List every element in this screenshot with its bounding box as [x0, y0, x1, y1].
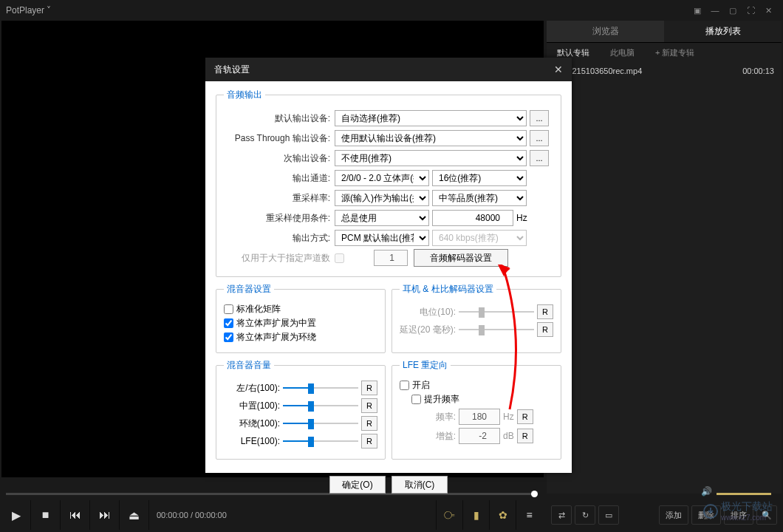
- slider-delay[interactable]: [459, 324, 534, 335]
- app-name[interactable]: PotPlayer ˅: [6, 5, 51, 16]
- reset-lr[interactable]: R: [361, 381, 377, 395]
- reset-level[interactable]: R: [537, 304, 553, 319]
- dialog-title: 音轨设置: [214, 64, 554, 76]
- unit-freq: Hz: [503, 412, 514, 422]
- pl-folder-icon[interactable]: ▭: [598, 505, 619, 525]
- reset-surround[interactable]: R: [361, 416, 377, 431]
- fieldset-audio-output: 音频输出 默认输出设备: 自动选择(推荐) ... Pass Through 输…: [216, 89, 561, 277]
- slider-lr[interactable]: [283, 382, 358, 394]
- label-channels: 输出通道:: [224, 172, 335, 185]
- audio-decoder-settings-button[interactable]: 音频解码器设置: [414, 249, 508, 267]
- legend-output: 音频输出: [224, 89, 265, 101]
- checkbox-only-above[interactable]: [335, 253, 344, 263]
- slider-surround[interactable]: [283, 417, 358, 429]
- legend-lfe-redirect: LFE 重定向: [400, 359, 451, 372]
- browse-passthrough[interactable]: ...: [530, 130, 549, 146]
- volume-slider[interactable]: [717, 493, 771, 495]
- label-center: 中置(100):: [224, 400, 283, 412]
- label-surround: 环绕(100):: [224, 417, 283, 430]
- dialog-close-icon[interactable]: ✕: [554, 64, 563, 75]
- input-gain[interactable]: [459, 428, 500, 444]
- pl-add-button[interactable]: 添加: [659, 505, 688, 525]
- play-button[interactable]: ▶: [1, 500, 31, 530]
- watermark: 极光下载站 www.xz7.com: [703, 500, 773, 522]
- browse-secondary[interactable]: ...: [530, 150, 549, 166]
- slider-level[interactable]: [459, 306, 534, 318]
- checkbox-lfe-enable[interactable]: 开启: [400, 379, 553, 392]
- volume-icon[interactable]: 🔊: [701, 486, 712, 497]
- tab-playlist[interactable]: 播放列表: [664, 21, 782, 42]
- label-output-mode: 输出方式:: [224, 232, 335, 245]
- select-passthrough[interactable]: 使用默认输出设备(推荐): [335, 130, 527, 146]
- control-bar: ▶ ■ ⏮ ⏭ ⏏ 00:00:00 / 00:00:00 ⧃ ▮ ✿ ≡: [1, 499, 542, 531]
- checkbox-boost[interactable]: 提升频率: [411, 393, 553, 406]
- playlist-item[interactable]: 2023215103650rec.mp4 00:00:13: [547, 62, 782, 80]
- input-channel-num[interactable]: [374, 250, 408, 266]
- search-icon[interactable]: ⧃: [436, 500, 462, 530]
- prev-button[interactable]: ⏮: [61, 500, 90, 530]
- reset-lfe[interactable]: R: [361, 434, 377, 449]
- subtab-new[interactable]: + 新建专辑: [645, 43, 705, 62]
- slider-lfe[interactable]: [283, 435, 358, 447]
- playlist-item-duration: 00:00:13: [742, 66, 774, 75]
- audio-track-settings-dialog: 音轨设置 ✕ 音频输出 默认输出设备: 自动选择(推荐) ... Pass Th…: [205, 58, 572, 473]
- select-channels[interactable]: 2/0/0 - 2.0 立体声(推荐): [335, 170, 429, 186]
- select-default-device[interactable]: 自动选择(推荐): [335, 110, 527, 126]
- label-resample-cond: 重采样使用条件:: [224, 212, 335, 225]
- select-resample-src[interactable]: 源(输入)作为输出(推荐): [335, 190, 429, 206]
- label-resample: 重采样率:: [224, 192, 335, 205]
- checkbox-normalize[interactable]: 标准化矩阵: [224, 303, 377, 316]
- unit-gain: dB: [503, 431, 514, 441]
- pl-repeat-icon[interactable]: ↻: [575, 505, 595, 525]
- label-only-above: 仅用于大于指定声道数: [224, 252, 335, 265]
- select-bits[interactable]: 16位(推荐): [432, 170, 527, 186]
- minimize-icon[interactable]: —: [706, 3, 724, 18]
- timecode: 00:00:00 / 00:00:00: [149, 511, 234, 519]
- select-resample-quality[interactable]: 中等品质(推荐): [432, 190, 527, 206]
- fieldset-dolby: 耳机 & 杜比解码器设置 电位(10): R 延迟(20 毫秒): R: [392, 283, 561, 353]
- label-default-device: 默认输出设备:: [224, 112, 335, 125]
- maximize-icon[interactable]: ▢: [724, 3, 742, 18]
- label-delay: 延迟(20 毫秒):: [400, 324, 459, 336]
- checkbox-center[interactable]: 将立体声扩展为中置: [224, 317, 377, 330]
- sidebar: 浏览器 播放列表 默认专辑 此电脑 + 新建专辑 2023215103650re…: [547, 21, 782, 494]
- menu-icon[interactable]: ≡: [516, 500, 542, 530]
- label-lr: 左/右(100):: [224, 382, 283, 395]
- select-bitrate[interactable]: 640 kbps(推荐): [432, 230, 527, 246]
- unit-hz: Hz: [516, 213, 527, 223]
- select-resample-cond[interactable]: 总是使用: [335, 210, 429, 226]
- input-hz[interactable]: [432, 210, 513, 226]
- fullscreen-icon[interactable]: ⛶: [742, 3, 759, 18]
- cancel-button[interactable]: 取消(C): [392, 476, 448, 494]
- close-icon[interactable]: ✕: [759, 3, 777, 18]
- label-passthrough: Pass Through 输出设备:: [224, 132, 335, 145]
- reset-freq[interactable]: R: [517, 409, 533, 424]
- watermark-text: 极光下载站: [721, 500, 773, 514]
- reset-gain[interactable]: R: [517, 429, 533, 443]
- select-output-mode[interactable]: PCM 默认输出(推荐): [335, 230, 429, 246]
- settings-icon[interactable]: ✿: [489, 500, 516, 530]
- fieldset-volume: 混音器音量 左/右(100):R 中置(100):R 环绕(100):R LFE…: [216, 359, 386, 460]
- reset-delay[interactable]: R: [537, 322, 553, 337]
- legend-dolby: 耳机 & 杜比解码器设置: [400, 283, 496, 296]
- slider-center[interactable]: [283, 400, 358, 412]
- ok-button[interactable]: 确定(O): [329, 476, 386, 494]
- tab-browser[interactable]: 浏览器: [547, 21, 664, 42]
- label-gain: 增益:: [400, 430, 459, 443]
- select-secondary[interactable]: 不使用(推荐): [335, 150, 527, 166]
- titlebar: PotPlayer ˅ ▣ — ▢ ⛶ ✕: [0, 0, 783, 21]
- label-level: 电位(10):: [400, 306, 459, 318]
- browse-default-device[interactable]: ...: [530, 110, 549, 126]
- dialog-titlebar: 音轨设置 ✕: [205, 58, 572, 81]
- pl-mode-icon[interactable]: ⇄: [551, 505, 572, 525]
- checkbox-surround[interactable]: 将立体声扩展为环绕: [224, 331, 377, 344]
- eject-button[interactable]: ⏏: [120, 500, 149, 530]
- subtab-thispc[interactable]: 此电脑: [600, 43, 645, 62]
- reset-center[interactable]: R: [361, 398, 377, 413]
- next-button[interactable]: ⏭: [90, 500, 120, 530]
- stop-button[interactable]: ■: [31, 500, 61, 530]
- bookmark-icon[interactable]: ▮: [462, 500, 489, 530]
- label-lfe: LFE(100):: [224, 436, 283, 446]
- pin-icon[interactable]: ▣: [688, 3, 706, 18]
- input-freq[interactable]: [459, 409, 500, 425]
